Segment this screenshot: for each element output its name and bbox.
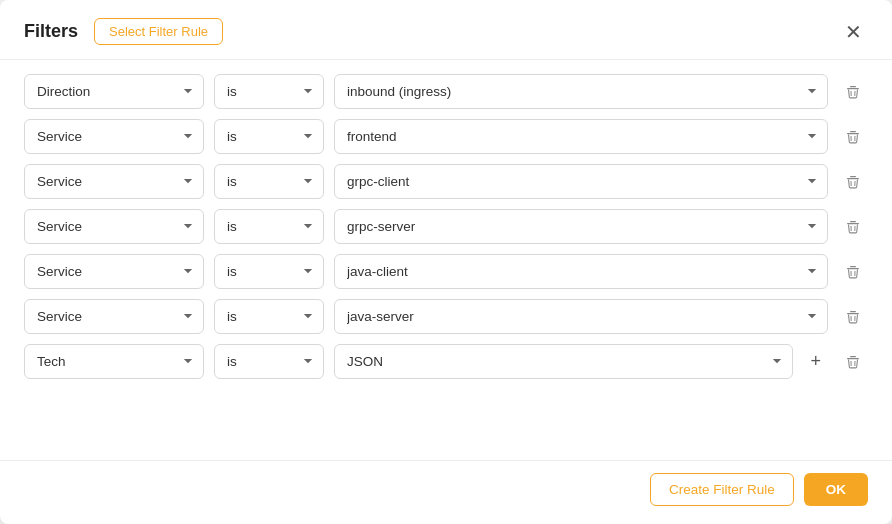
- type-select[interactable]: DirectionServiceTech: [24, 164, 204, 199]
- svg-rect-4: [847, 133, 859, 134]
- filter-rows-container: DirectionServiceTechisis notinbound (ing…: [0, 60, 892, 460]
- value-select[interactable]: frontendgrpc-clientgrpc-serverjava-clien…: [334, 254, 828, 289]
- select-filter-rule-button[interactable]: Select Filter Rule: [94, 18, 223, 45]
- svg-rect-5: [850, 131, 856, 132]
- delete-filter-button[interactable]: [838, 213, 868, 241]
- operator-select[interactable]: isis not: [214, 209, 324, 244]
- header-left: Filters Select Filter Rule: [24, 18, 223, 45]
- modal-header: Filters Select Filter Rule ✕: [0, 0, 892, 60]
- operator-select[interactable]: isis not: [214, 344, 324, 379]
- svg-rect-24: [847, 358, 859, 359]
- modal-footer: Create Filter Rule OK: [0, 460, 892, 524]
- ok-button[interactable]: OK: [804, 473, 868, 506]
- table-row: DirectionServiceTechisis notinbound (ing…: [24, 74, 868, 109]
- value-select[interactable]: JSONHTTPgRPC: [334, 344, 793, 379]
- modal-title: Filters: [24, 21, 78, 42]
- table-row: DirectionServiceTechisis notfrontendgrpc…: [24, 254, 868, 289]
- value-select[interactable]: frontendgrpc-clientgrpc-serverjava-clien…: [334, 299, 828, 334]
- svg-rect-13: [850, 221, 856, 222]
- type-select[interactable]: DirectionServiceTech: [24, 299, 204, 334]
- table-row: DirectionServiceTechisis notJSONHTTPgRPC…: [24, 344, 868, 379]
- svg-rect-21: [850, 311, 856, 312]
- delete-filter-button[interactable]: [838, 303, 868, 331]
- svg-rect-25: [850, 356, 856, 357]
- create-filter-rule-button[interactable]: Create Filter Rule: [650, 473, 794, 506]
- operator-select[interactable]: isis not: [214, 299, 324, 334]
- svg-rect-1: [850, 86, 856, 87]
- svg-rect-12: [847, 223, 859, 224]
- delete-filter-button[interactable]: [838, 123, 868, 151]
- svg-rect-8: [847, 178, 859, 179]
- operator-select[interactable]: isis not: [214, 74, 324, 109]
- delete-filter-button[interactable]: [838, 258, 868, 286]
- table-row: DirectionServiceTechisis notfrontendgrpc…: [24, 164, 868, 199]
- svg-rect-20: [847, 313, 859, 314]
- svg-rect-0: [847, 88, 859, 89]
- table-row: DirectionServiceTechisis notfrontendgrpc…: [24, 119, 868, 154]
- svg-rect-16: [847, 268, 859, 269]
- table-row: DirectionServiceTechisis notfrontendgrpc…: [24, 209, 868, 244]
- add-filter-button[interactable]: +: [803, 345, 828, 378]
- operator-select[interactable]: isis not: [214, 164, 324, 199]
- type-select[interactable]: DirectionServiceTech: [24, 74, 204, 109]
- table-row: DirectionServiceTechisis notfrontendgrpc…: [24, 299, 868, 334]
- close-button[interactable]: ✕: [839, 20, 868, 44]
- value-select[interactable]: frontendgrpc-clientgrpc-serverjava-clien…: [334, 119, 828, 154]
- type-select[interactable]: DirectionServiceTech: [24, 119, 204, 154]
- svg-rect-9: [850, 176, 856, 177]
- filters-modal: Filters Select Filter Rule ✕ DirectionSe…: [0, 0, 892, 524]
- value-select[interactable]: frontendgrpc-clientgrpc-serverjava-clien…: [334, 164, 828, 199]
- value-select[interactable]: frontendgrpc-clientgrpc-serverjava-clien…: [334, 209, 828, 244]
- operator-select[interactable]: isis not: [214, 254, 324, 289]
- type-select[interactable]: DirectionServiceTech: [24, 254, 204, 289]
- svg-rect-17: [850, 266, 856, 267]
- delete-filter-button[interactable]: [838, 78, 868, 106]
- type-select[interactable]: DirectionServiceTech: [24, 344, 204, 379]
- type-select[interactable]: DirectionServiceTech: [24, 209, 204, 244]
- value-select[interactable]: inbound (ingress)outbound (egress): [334, 74, 828, 109]
- operator-select[interactable]: isis not: [214, 119, 324, 154]
- delete-filter-button[interactable]: [838, 348, 868, 376]
- delete-filter-button[interactable]: [838, 168, 868, 196]
